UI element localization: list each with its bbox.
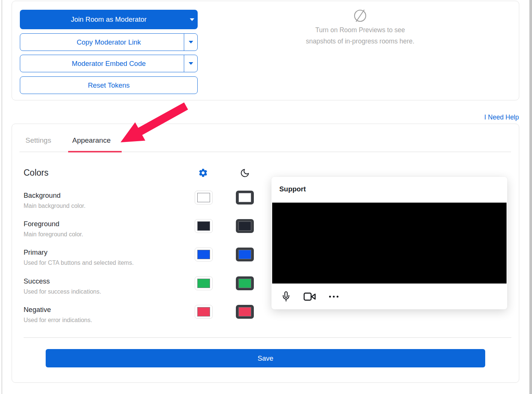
tab-appearance[interactable]: Appearance	[72, 136, 110, 145]
room-previews-hint-line1: Turn on Room Previews to see	[315, 24, 405, 36]
video-feed	[272, 203, 507, 284]
room-previews-hint-line2: snapshots of in-progress rooms here.	[306, 36, 414, 47]
copy-moderator-link-label: Copy Moderator Link	[77, 38, 141, 46]
caret-down-icon	[190, 18, 194, 21]
success-light-swatch[interactable]	[195, 276, 213, 290]
swatch-color	[197, 279, 210, 288]
color-row-title: Negative	[24, 305, 92, 315]
join-room-dropdown-toggle[interactable]	[186, 10, 198, 29]
color-row-primary: Primary Used for CTA buttons and selecte…	[24, 248, 134, 268]
microphone-icon[interactable]	[281, 291, 291, 302]
swatch-color	[238, 193, 251, 202]
color-row-description: Used for error indications.	[24, 315, 92, 325]
swatch-color	[238, 279, 251, 288]
slashed-circle-icon	[352, 7, 369, 24]
color-row-description: Used for success indications.	[24, 287, 101, 297]
swatch-color	[238, 221, 251, 231]
color-row-description: Main foreground color.	[24, 230, 83, 239]
embed-code-dropdown-toggle[interactable]	[184, 55, 197, 72]
join-room-as-moderator-label: Join Room as Moderator	[71, 15, 147, 24]
reset-tokens-label: Reset Tokens	[88, 81, 130, 90]
moderator-actions-card: Join Room as Moderator Copy Moderator Li…	[12, 1, 519, 100]
caret-down-icon	[189, 41, 193, 43]
foreground-light-swatch[interactable]	[195, 219, 213, 233]
swatch-color	[238, 307, 251, 316]
ellipsis-icon[interactable]	[329, 296, 338, 297]
background-light-swatch[interactable]	[195, 191, 213, 204]
tab-settings[interactable]: Settings	[25, 136, 51, 145]
foreground-dark-swatch[interactable]	[236, 219, 254, 233]
moon-icon[interactable]	[240, 168, 250, 178]
save-button[interactable]: Save	[46, 349, 485, 367]
room-preview-panel: Support Leave	[271, 177, 507, 309]
swatch-color	[197, 221, 210, 231]
swatch-color	[197, 250, 210, 259]
negative-light-swatch[interactable]	[195, 305, 213, 319]
room-previews-empty-state: Turn on Room Previews to see snapshots o…	[274, 7, 446, 47]
color-row-description: Main background color.	[24, 201, 85, 211]
copy-link-dropdown-toggle[interactable]	[184, 34, 197, 51]
vertical-scrollbar[interactable]	[529, 0, 532, 394]
content-left-divider	[1, 0, 2, 394]
swatch-color	[197, 307, 210, 316]
colors-heading: Colors	[24, 168, 48, 178]
color-row-title: Primary	[24, 248, 134, 257]
moderator-embed-code-label: Moderator Embed Code	[72, 60, 146, 68]
negative-dark-swatch[interactable]	[236, 305, 254, 319]
color-row-background: Background Main background color.	[24, 191, 85, 211]
primary-dark-swatch[interactable]	[236, 248, 254, 261]
copy-moderator-link-button[interactable]: Copy Moderator Link	[20, 33, 198, 51]
save-section-divider	[24, 337, 511, 338]
color-row-description: Used for CTA buttons and selected items.	[24, 258, 134, 268]
color-row-negative: Negative Used for error indications.	[24, 305, 92, 325]
moderator-embed-code-button[interactable]: Moderator Embed Code	[20, 55, 198, 72]
gear-icon[interactable]	[198, 168, 208, 178]
background-dark-swatch[interactable]	[236, 191, 254, 204]
i-need-help-link[interactable]: I Need Help	[484, 113, 519, 121]
color-row-foreground: Foreground Main foreground color.	[24, 219, 83, 239]
swatch-color	[197, 193, 210, 202]
video-camera-icon[interactable]	[304, 292, 316, 301]
reset-tokens-button[interactable]: Reset Tokens	[20, 76, 198, 94]
color-row-title: Background	[24, 191, 85, 200]
room-settings-page: Join Room as Moderator Copy Moderator Li…	[0, 0, 532, 394]
success-dark-swatch[interactable]	[236, 276, 254, 290]
room-preview-title: Support	[279, 185, 306, 193]
color-row-title: Success	[24, 276, 101, 286]
call-toolbar: Leave	[271, 284, 507, 309]
primary-light-swatch[interactable]	[195, 248, 213, 261]
swatch-color	[238, 250, 251, 259]
caret-down-icon	[189, 62, 193, 65]
color-row-success: Success Used for success indications.	[24, 276, 101, 297]
active-tab-underline	[68, 151, 122, 152]
color-row-title: Foreground	[24, 219, 83, 229]
join-room-as-moderator-button[interactable]: Join Room as Moderator	[20, 10, 198, 29]
